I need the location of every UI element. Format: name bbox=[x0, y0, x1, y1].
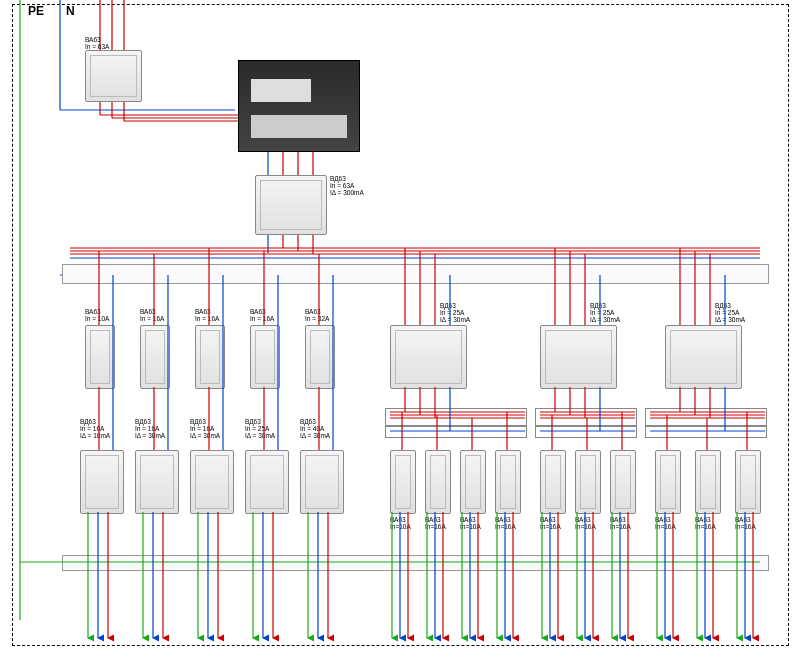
output-arrows bbox=[0, 0, 802, 667]
electrical-panel-diagram: PE N ВА63In = bbox=[0, 0, 802, 667]
